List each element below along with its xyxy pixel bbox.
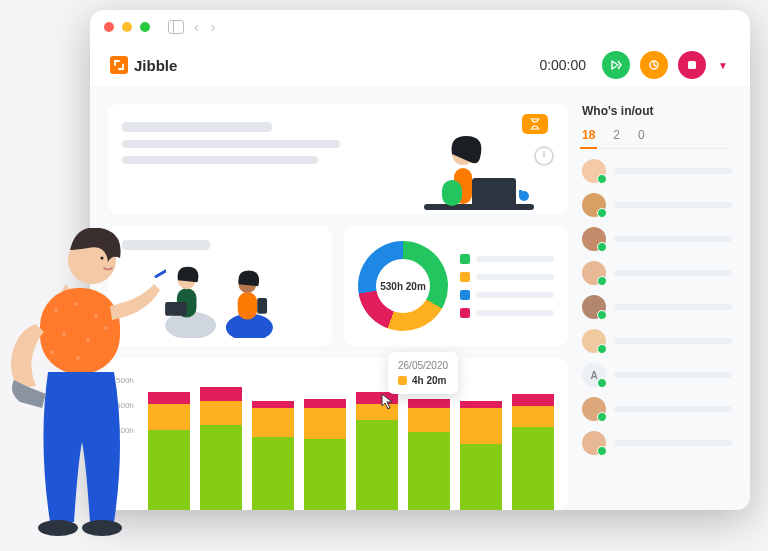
tooltip-swatch-icon	[398, 376, 407, 385]
svg-rect-3	[472, 178, 516, 206]
tab-in[interactable]: 18	[582, 128, 595, 142]
bar[interactable]	[200, 387, 242, 510]
avatar	[582, 431, 606, 455]
coffee-icon	[647, 58, 661, 72]
window-minimize-icon[interactable]	[122, 22, 132, 32]
main-column: 530h 20m 500h 400h 300h	[108, 104, 568, 510]
brand-logo-icon	[110, 56, 128, 74]
svg-point-26	[38, 520, 78, 536]
avatar	[582, 295, 606, 319]
legend-item	[460, 254, 554, 264]
svg-point-23	[104, 326, 108, 330]
svg-point-18	[54, 308, 58, 312]
avatar	[582, 261, 606, 285]
sidebar-panel: Who's in/out 18 2 0 A	[582, 104, 732, 510]
person-row[interactable]	[582, 159, 732, 183]
svg-point-22	[86, 338, 90, 342]
app-header: Jibble 0:00:00 ▼	[90, 44, 750, 86]
people-list: A	[582, 159, 732, 455]
bar[interactable]	[460, 401, 502, 510]
donut-legend	[460, 254, 554, 318]
svg-rect-17	[40, 288, 120, 374]
person-name-skeleton	[614, 236, 732, 242]
cursor-icon	[380, 392, 398, 410]
tab-out[interactable]: 2	[613, 128, 620, 142]
svg-point-20	[94, 314, 98, 318]
clock-in-button[interactable]	[602, 51, 630, 79]
app-window: ‹ › Jibble 0:00:00 ▼	[90, 10, 750, 510]
hero-text-skeleton	[122, 118, 394, 200]
sidebar-title: Who's in/out	[582, 104, 732, 118]
hourglass-badge-icon	[522, 114, 548, 134]
svg-rect-1	[688, 61, 696, 69]
more-menu-icon[interactable]: ▼	[716, 60, 730, 71]
person-row[interactable]	[582, 329, 732, 353]
window-close-icon[interactable]	[104, 22, 114, 32]
svg-point-29	[100, 256, 103, 259]
person-row[interactable]	[582, 295, 732, 319]
donut-center-label: 530h 20m	[376, 259, 430, 313]
person-name-skeleton	[614, 304, 732, 310]
bar[interactable]	[252, 401, 294, 510]
avatar	[582, 193, 606, 217]
person-name-skeleton	[614, 338, 732, 344]
person-name-skeleton	[614, 270, 732, 276]
person-name-skeleton	[614, 406, 732, 412]
person-at-desk-icon	[394, 118, 554, 228]
person-row[interactable]	[582, 227, 732, 251]
bar[interactable]	[512, 394, 554, 510]
person-name-skeleton	[614, 168, 732, 174]
bar-chart	[148, 368, 554, 510]
brand-name: Jibble	[134, 57, 177, 74]
timer-display: 0:00:00	[539, 57, 586, 73]
window-titlebar: ‹ ›	[90, 10, 750, 44]
person-name-skeleton	[614, 202, 732, 208]
legend-item	[460, 290, 554, 300]
avatar	[582, 329, 606, 353]
avatar: A	[582, 363, 606, 387]
svg-point-25	[76, 356, 80, 360]
person-name-skeleton	[614, 440, 732, 446]
person-row[interactable]: A	[582, 363, 732, 387]
person-row[interactable]	[582, 193, 732, 217]
hero-illustration	[394, 118, 554, 200]
stop-icon	[686, 59, 698, 71]
svg-point-27	[82, 520, 122, 536]
hero-card	[108, 104, 568, 214]
person-row[interactable]	[582, 397, 732, 421]
svg-rect-8	[519, 190, 522, 196]
bar[interactable]	[408, 399, 450, 510]
clock-out-button[interactable]	[678, 51, 706, 79]
svg-rect-16	[257, 298, 267, 314]
window-zoom-icon[interactable]	[140, 22, 150, 32]
dashboard-body: 530h 20m 500h 400h 300h	[90, 86, 750, 510]
clock-icon	[534, 146, 554, 166]
bar-chart-card: 500h 400h 300h 26/05/2020 4h 20m	[108, 358, 568, 510]
nav-back-icon[interactable]: ‹	[192, 19, 201, 35]
donut-card: 530h 20m	[344, 226, 568, 346]
bar[interactable]	[304, 399, 346, 510]
avatar	[582, 159, 606, 183]
avatar	[582, 227, 606, 251]
mid-row: 530h 20m	[108, 226, 568, 346]
tab-break[interactable]: 0	[638, 128, 645, 142]
presence-tabs: 18 2 0	[582, 128, 732, 149]
svg-rect-6	[442, 180, 462, 206]
svg-rect-14	[238, 292, 258, 319]
nav-forward-icon[interactable]: ›	[209, 19, 218, 35]
legend-item	[460, 272, 554, 282]
avatar	[582, 397, 606, 421]
person-row[interactable]	[582, 431, 732, 455]
person-row[interactable]	[582, 261, 732, 285]
break-button[interactable]	[640, 51, 668, 79]
svg-point-21	[62, 332, 66, 336]
donut-chart: 530h 20m	[358, 241, 448, 331]
tooltip-value: 4h 20m	[412, 375, 446, 386]
legend-item	[460, 308, 554, 318]
brand-logo[interactable]: Jibble	[110, 56, 177, 74]
svg-rect-12	[165, 302, 187, 316]
tooltip-date: 26/05/2020	[398, 360, 448, 371]
svg-rect-30	[154, 269, 166, 279]
sidebar-toggle-icon[interactable]	[168, 20, 184, 34]
play-arrow-icon	[609, 58, 623, 72]
